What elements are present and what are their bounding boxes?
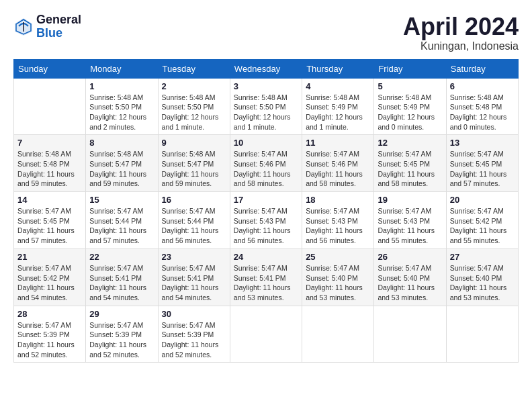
day-number: 28 (17, 309, 82, 319)
calendar-body: 1Sunrise: 5:48 AMSunset: 5:50 PMDaylight… (14, 78, 519, 363)
cell-detail: Sunrise: 5:47 AMSunset: 5:43 PMDaylight:… (234, 206, 298, 246)
logo-text: General Blue (36, 13, 81, 40)
cell-detail: Sunrise: 5:47 AMSunset: 5:39 PMDaylight:… (17, 320, 82, 360)
title-area: April 2024 Kuningan, Indonesia (403, 13, 519, 52)
location-text: Kuningan, Indonesia (403, 40, 519, 52)
weekday-header-wednesday: Wednesday (230, 59, 302, 78)
cell-detail: Sunrise: 5:47 AMSunset: 5:40 PMDaylight:… (378, 263, 442, 303)
calendar-cell: 7Sunrise: 5:48 AMSunset: 5:48 PMDaylight… (14, 135, 86, 192)
day-number: 5 (378, 81, 442, 91)
calendar-cell: 16Sunrise: 5:47 AMSunset: 5:44 PMDayligh… (158, 192, 230, 249)
day-number: 20 (450, 195, 515, 205)
day-number: 24 (234, 252, 298, 262)
cell-detail: Sunrise: 5:47 AMSunset: 5:43 PMDaylight:… (306, 206, 370, 246)
cell-detail: Sunrise: 5:47 AMSunset: 5:41 PMDaylight:… (162, 263, 226, 303)
calendar-cell: 20Sunrise: 5:47 AMSunset: 5:42 PMDayligh… (446, 192, 518, 249)
day-number: 19 (378, 195, 442, 205)
calendar-cell: 30Sunrise: 5:47 AMSunset: 5:39 PMDayligh… (158, 306, 230, 363)
day-number: 12 (378, 138, 442, 148)
cell-detail: Sunrise: 5:47 AMSunset: 5:44 PMDaylight:… (89, 206, 154, 246)
calendar-cell: 15Sunrise: 5:47 AMSunset: 5:44 PMDayligh… (86, 192, 158, 249)
calendar-cell: 24Sunrise: 5:47 AMSunset: 5:41 PMDayligh… (230, 248, 302, 306)
cell-detail: Sunrise: 5:47 AMSunset: 5:40 PMDaylight:… (450, 263, 515, 303)
day-number: 15 (89, 195, 154, 205)
calendar-cell: 27Sunrise: 5:47 AMSunset: 5:40 PMDayligh… (446, 248, 518, 306)
calendar-cell: 29Sunrise: 5:47 AMSunset: 5:39 PMDayligh… (86, 306, 158, 363)
weekday-header-sunday: Sunday (14, 59, 86, 78)
calendar-cell: 2Sunrise: 5:48 AMSunset: 5:50 PMDaylight… (158, 78, 230, 135)
day-number: 9 (162, 138, 226, 148)
day-number: 30 (162, 309, 226, 319)
calendar-week-row: 28Sunrise: 5:47 AMSunset: 5:39 PMDayligh… (14, 306, 519, 363)
calendar-cell: 19Sunrise: 5:47 AMSunset: 5:43 PMDayligh… (374, 192, 446, 249)
calendar-cell: 28Sunrise: 5:47 AMSunset: 5:39 PMDayligh… (14, 306, 86, 363)
calendar-cell: 10Sunrise: 5:47 AMSunset: 5:46 PMDayligh… (230, 135, 302, 192)
logo-icon (13, 17, 34, 37)
weekday-header-row: SundayMondayTuesdayWednesdayThursdayFrid… (14, 59, 519, 78)
cell-detail: Sunrise: 5:47 AMSunset: 5:42 PMDaylight:… (450, 206, 515, 246)
day-number: 18 (306, 195, 370, 205)
day-number: 22 (89, 252, 154, 262)
calendar-cell: 13Sunrise: 5:47 AMSunset: 5:45 PMDayligh… (446, 135, 518, 192)
cell-detail: Sunrise: 5:47 AMSunset: 5:44 PMDaylight:… (162, 206, 226, 246)
calendar-cell: 1Sunrise: 5:48 AMSunset: 5:50 PMDaylight… (86, 78, 158, 135)
logo-general-text: General (36, 13, 81, 27)
page-header: General Blue April 2024 Kuningan, Indone… (13, 13, 519, 52)
calendar-cell: 21Sunrise: 5:47 AMSunset: 5:42 PMDayligh… (14, 248, 86, 306)
cell-detail: Sunrise: 5:47 AMSunset: 5:45 PMDaylight:… (378, 149, 442, 189)
weekday-header-tuesday: Tuesday (158, 59, 230, 78)
day-number: 6 (450, 81, 515, 91)
calendar-cell (446, 306, 518, 363)
calendar-cell (230, 306, 302, 363)
calendar-cell: 6Sunrise: 5:48 AMSunset: 5:48 PMDaylight… (446, 78, 518, 135)
cell-detail: Sunrise: 5:47 AMSunset: 5:45 PMDaylight:… (17, 206, 82, 246)
cell-detail: Sunrise: 5:47 AMSunset: 5:42 PMDaylight:… (17, 263, 82, 303)
calendar-cell: 12Sunrise: 5:47 AMSunset: 5:45 PMDayligh… (374, 135, 446, 192)
calendar-cell: 22Sunrise: 5:47 AMSunset: 5:41 PMDayligh… (86, 248, 158, 306)
cell-detail: Sunrise: 5:48 AMSunset: 5:50 PMDaylight:… (89, 93, 154, 132)
calendar-cell: 8Sunrise: 5:48 AMSunset: 5:47 PMDaylight… (86, 135, 158, 192)
cell-detail: Sunrise: 5:47 AMSunset: 5:41 PMDaylight:… (89, 263, 154, 303)
cell-detail: Sunrise: 5:48 AMSunset: 5:50 PMDaylight:… (162, 93, 226, 132)
calendar-cell (374, 306, 446, 363)
cell-detail: Sunrise: 5:47 AMSunset: 5:46 PMDaylight:… (306, 149, 370, 189)
day-number: 17 (234, 195, 298, 205)
weekday-header-monday: Monday (86, 59, 158, 78)
calendar-week-row: 1Sunrise: 5:48 AMSunset: 5:50 PMDaylight… (14, 78, 519, 135)
calendar-cell: 9Sunrise: 5:48 AMSunset: 5:47 PMDaylight… (158, 135, 230, 192)
month-title: April 2024 (403, 13, 519, 40)
calendar-cell: 4Sunrise: 5:48 AMSunset: 5:49 PMDaylight… (302, 78, 374, 135)
calendar-week-row: 7Sunrise: 5:48 AMSunset: 5:48 PMDaylight… (14, 135, 519, 192)
cell-detail: Sunrise: 5:48 AMSunset: 5:48 PMDaylight:… (450, 93, 515, 132)
day-number: 1 (89, 81, 154, 91)
weekday-header-thursday: Thursday (302, 59, 374, 78)
calendar-week-row: 21Sunrise: 5:47 AMSunset: 5:42 PMDayligh… (14, 248, 519, 306)
calendar-cell: 11Sunrise: 5:47 AMSunset: 5:46 PMDayligh… (302, 135, 374, 192)
day-number: 13 (450, 138, 515, 148)
day-number: 11 (306, 138, 370, 148)
day-number: 2 (162, 81, 226, 91)
cell-detail: Sunrise: 5:47 AMSunset: 5:45 PMDaylight:… (450, 149, 515, 189)
day-number: 10 (234, 138, 298, 148)
cell-detail: Sunrise: 5:47 AMSunset: 5:46 PMDaylight:… (234, 149, 298, 189)
calendar-cell: 25Sunrise: 5:47 AMSunset: 5:40 PMDayligh… (302, 248, 374, 306)
cell-detail: Sunrise: 5:47 AMSunset: 5:39 PMDaylight:… (89, 320, 154, 360)
calendar-cell: 17Sunrise: 5:47 AMSunset: 5:43 PMDayligh… (230, 192, 302, 249)
cell-detail: Sunrise: 5:48 AMSunset: 5:48 PMDaylight:… (17, 149, 82, 189)
calendar-header: SundayMondayTuesdayWednesdayThursdayFrid… (14, 59, 519, 78)
calendar-week-row: 14Sunrise: 5:47 AMSunset: 5:45 PMDayligh… (14, 192, 519, 249)
day-number: 21 (17, 252, 82, 262)
logo: General Blue (13, 13, 81, 40)
calendar-table: SundayMondayTuesdayWednesdayThursdayFrid… (13, 59, 519, 363)
weekday-header-saturday: Saturday (446, 59, 518, 78)
day-number: 26 (378, 252, 442, 262)
cell-detail: Sunrise: 5:47 AMSunset: 5:39 PMDaylight:… (162, 320, 226, 360)
day-number: 8 (89, 138, 154, 148)
day-number: 27 (450, 252, 515, 262)
calendar-cell: 5Sunrise: 5:48 AMSunset: 5:49 PMDaylight… (374, 78, 446, 135)
calendar-cell: 18Sunrise: 5:47 AMSunset: 5:43 PMDayligh… (302, 192, 374, 249)
day-number: 25 (306, 252, 370, 262)
cell-detail: Sunrise: 5:48 AMSunset: 5:49 PMDaylight:… (378, 93, 442, 132)
cell-detail: Sunrise: 5:48 AMSunset: 5:49 PMDaylight:… (306, 93, 370, 132)
day-number: 14 (17, 195, 82, 205)
